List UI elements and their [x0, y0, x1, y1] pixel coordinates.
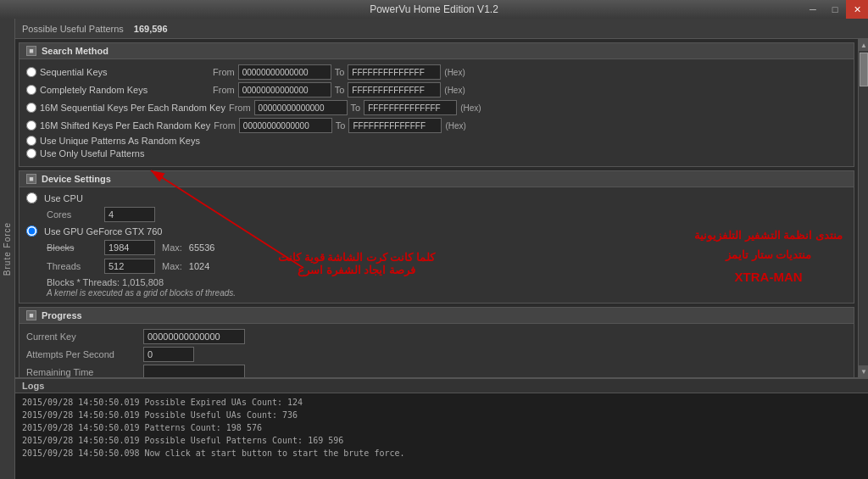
close-button[interactable]: ✕ — [846, 0, 868, 19]
device-settings-title: Device Settings — [42, 174, 111, 184]
range-random: From To (Hex) — [213, 82, 465, 97]
range-sequential: From To (Hex) — [213, 64, 465, 80]
range-16m-seq: From To (Hex) — [229, 100, 481, 115]
collapse-icon-device[interactable]: ■ — [26, 174, 36, 184]
remaining-row: Remaining Time — [26, 365, 847, 377]
radio-cpu[interactable] — [26, 192, 37, 203]
window-controls: ─ □ ✕ — [802, 0, 868, 19]
radio-unique[interactable] — [26, 136, 36, 146]
logs-section: Logs 2015/09/28 14:50:50.019 Possible Ex… — [15, 377, 868, 479]
search-method-header: ■ Search Method — [19, 43, 854, 59]
kernel-note-row: A kernel is executed as a grid of blocks… — [26, 287, 847, 298]
label-unique: Use Unique Patterns As Random Keys — [40, 136, 209, 146]
from-16m-seq[interactable] — [254, 100, 348, 115]
cpu-label: Use CPU — [44, 193, 83, 203]
threads-input[interactable] — [104, 259, 155, 274]
current-key-row: Current Key — [26, 329, 847, 344]
radio-useful[interactable] — [26, 148, 36, 159]
progress-header: ■ Progress — [19, 308, 854, 324]
minimize-button[interactable]: ─ — [802, 0, 824, 19]
from-sequential[interactable] — [238, 64, 331, 80]
attempts-row: Attempts Per Second — [26, 347, 847, 362]
radio-row-useful: Use Only Useful Patterns — [26, 148, 847, 159]
threads-label: Threads — [47, 261, 97, 271]
attempts-input[interactable] — [143, 347, 194, 362]
radio-16m-seq[interactable] — [26, 103, 36, 113]
radio-gpu[interactable] — [26, 226, 37, 237]
threads-row: Threads Max: 1024 — [26, 259, 847, 274]
to-16m-shift[interactable] — [348, 118, 442, 133]
hex-tag-3: (Hex) — [460, 103, 481, 113]
device-settings-header: ■ Device Settings — [19, 171, 854, 187]
scroll-down-area: ▼ — [859, 365, 868, 377]
attempts-label: Attempts Per Second — [26, 349, 136, 359]
to-random[interactable] — [348, 82, 441, 97]
scroll-down-arrow[interactable]: ▼ — [859, 365, 868, 377]
titlebar: PowerVu Home Edition V1.2 ─ □ ✕ — [0, 0, 868, 19]
radio-row-unique: Use Unique Patterns As Random Keys — [26, 136, 847, 146]
current-key-label: Current Key — [26, 331, 136, 342]
device-settings-body: Use CPU Cores Use GPU GeForce GTX 760 — [19, 187, 854, 303]
collapse-icon[interactable]: ■ — [26, 46, 36, 56]
patterns-value: 169,596 — [134, 24, 168, 34]
device-settings-section: ■ Device Settings Use CPU Cores — [19, 170, 854, 304]
to-sequential[interactable] — [348, 64, 441, 80]
radio-16m-shift[interactable] — [26, 120, 36, 131]
progress-body: Current Key Attempts Per Second Remainin… — [19, 324, 854, 377]
from-random[interactable] — [238, 82, 331, 97]
label-16m-seq: 16M Sequential Keys Per Each Random Key — [40, 103, 225, 113]
gpu-row: Use GPU GeForce GTX 760 — [26, 226, 847, 237]
progress-title: Progress — [42, 310, 82, 320]
radio-row-16m-seq: 16M Sequential Keys Per Each Random Key … — [26, 100, 847, 115]
label-random: Completely Random Keys — [40, 85, 209, 95]
cores-label: Cores — [47, 209, 97, 220]
app-title: PowerVu Home Edition V1.2 — [370, 3, 498, 15]
logs-body[interactable]: 2015/09/28 14:50:50.019 Possible Expired… — [15, 393, 868, 479]
collapse-icon-progress[interactable]: ■ — [26, 310, 36, 320]
search-method-body: Sequential Keys From To (Hex) — [19, 59, 854, 166]
label-16m-shift: 16M Shifted Keys Per Each Random Key — [40, 120, 210, 131]
blocks-max-value: 65536 — [189, 242, 215, 253]
kernel-note: A kernel is executed as a grid of blocks… — [47, 288, 236, 298]
log-line-4: 2015/09/28 14:50:50.098 Now click at sta… — [22, 447, 861, 460]
scroll-thumb[interactable] — [860, 53, 868, 86]
topbar: Possible Useful Patterns 169,596 — [15, 19, 868, 39]
scroll-up-arrow[interactable]: ▲ — [859, 39, 868, 51]
main-scroll-area[interactable]: ■ Search Method Sequential Keys From To — [15, 39, 858, 377]
logs-header: Logs — [15, 379, 868, 393]
main-layout: Brute Force Possible Useful Patterns 169… — [0, 19, 868, 479]
blocks-threads-count: Blocks * Threads: 1,015,808 — [47, 277, 164, 287]
right-scrollbar[interactable]: ▲ ▼ — [858, 39, 868, 377]
radio-random[interactable] — [26, 85, 36, 95]
maximize-button[interactable]: □ — [824, 0, 846, 19]
log-line-1: 2015/09/28 14:50:50.019 Possible Useful … — [22, 409, 861, 421]
radio-sequential[interactable] — [26, 67, 36, 77]
cores-input[interactable] — [104, 207, 155, 222]
blocks-threads-row: Blocks * Threads: 1,015,808 — [26, 277, 847, 287]
patterns-label: Possible Useful Patterns — [22, 24, 124, 34]
label-useful: Use Only Useful Patterns — [40, 148, 209, 159]
current-key-input[interactable] — [143, 329, 245, 344]
side-label: Brute Force — [0, 19, 15, 479]
hex-tag-4: (Hex) — [445, 121, 465, 131]
blocks-row: Blocks Max: 65536 — [26, 240, 847, 255]
hex-tag-2: (Hex) — [444, 86, 465, 95]
hex-tag-1: (Hex) — [444, 68, 465, 77]
log-line-2: 2015/09/28 14:50:50.019 Patterns Count: … — [22, 421, 861, 434]
search-method-section: ■ Search Method Sequential Keys From To — [19, 42, 854, 167]
content-area: Possible Useful Patterns 169,596 ■ Searc… — [15, 19, 868, 479]
cores-row: Cores — [26, 207, 847, 222]
search-method-title: Search Method — [42, 46, 108, 56]
remaining-input[interactable] — [143, 365, 245, 377]
gpu-label: Use GPU GeForce GTX 760 — [44, 226, 162, 237]
remaining-label: Remaining Time — [26, 367, 136, 377]
radio-row-random: Completely Random Keys From To (Hex) — [26, 82, 847, 97]
threads-max-value: 1024 — [189, 261, 209, 271]
log-line-3: 2015/09/28 14:50:50.019 Possible Useful … — [22, 434, 861, 447]
to-16m-seq[interactable] — [364, 100, 457, 115]
blocks-input[interactable] — [104, 240, 155, 255]
from-16m-shift[interactable] — [239, 118, 332, 133]
cpu-row: Use CPU — [26, 192, 847, 203]
blocks-max-label: Max: — [162, 242, 182, 253]
label-sequential: Sequential Keys — [40, 67, 209, 77]
